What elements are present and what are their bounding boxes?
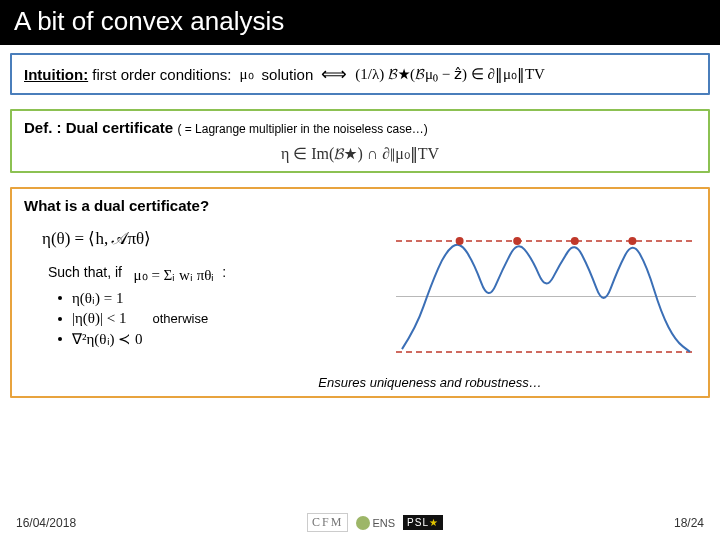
condition-2: |η(θ)| < 1otherwise [58, 310, 386, 327]
conditions-list: η(θᵢ) = 1 |η(θ)| < 1otherwise ∇²η(θᵢ) ≺ … [58, 289, 386, 348]
footer-logos: CFM ENS PSL★ [307, 513, 443, 532]
definition-title: Def. : Dual certificate [24, 119, 177, 136]
ensures-text: Ensures uniqueness and robustness… [164, 375, 696, 390]
certificate-left-column: η(θ) = ⟨h, 𝒜πθ⟩ Such that, if μ₀ = Σᵢ wᵢ… [24, 224, 386, 369]
certificate-question: What is a dual certificate? [24, 197, 696, 214]
definition-formula: η ∈ Im(𝓑★) ∩ ∂‖μ₀‖TV [24, 144, 696, 163]
iff-symbol: ⟺ [321, 63, 347, 85]
intuition-label: Intuition: first order conditions: [24, 66, 232, 83]
certificate-box: What is a dual certificate? η(θ) = ⟨h, 𝒜… [10, 187, 710, 398]
eta-equation: η(θ) = ⟨h, 𝒜πθ⟩ [42, 228, 386, 249]
definition-box: Def. : Dual certificate ( = Lagrange mul… [10, 109, 710, 173]
svg-point-5 [571, 237, 579, 245]
mu0-symbol: μ₀ [240, 65, 254, 83]
intuition-box: Intuition: first order conditions: μ₀ so… [10, 53, 710, 95]
slide-body: Intuition: first order conditions: μ₀ so… [0, 45, 720, 398]
footer-page: 18/24 [674, 516, 704, 530]
svg-point-3 [456, 237, 464, 245]
condition-1: η(θᵢ) = 1 [58, 289, 386, 307]
eta-plot [396, 224, 696, 369]
footer-date: 16/04/2018 [16, 516, 76, 530]
mu-equation: μ₀ = Σᵢ wᵢ πθᵢ [134, 266, 215, 284]
cfm-logo: CFM [307, 513, 348, 532]
psl-logo: PSL★ [403, 515, 443, 530]
definition-subtitle: ( = Lagrange multiplier in the noiseless… [177, 122, 427, 136]
such-that-line: Such that, if μ₀ = Σᵢ wᵢ πθᵢ : [48, 263, 386, 281]
slide-title: A bit of convex analysis [0, 0, 720, 45]
footer: 16/04/2018 CFM ENS PSL★ 18/24 [0, 513, 720, 532]
svg-point-6 [628, 237, 636, 245]
solution-word: solution [262, 66, 314, 83]
condition-3: ∇²η(θᵢ) ≺ 0 [58, 330, 386, 348]
svg-point-4 [513, 237, 521, 245]
ens-logo: ENS [356, 516, 395, 530]
rhs-formula: (1/λ) 𝓑★(𝓑μ₀ − ẑ) ∈ ∂‖μ₀‖TV [355, 65, 545, 83]
